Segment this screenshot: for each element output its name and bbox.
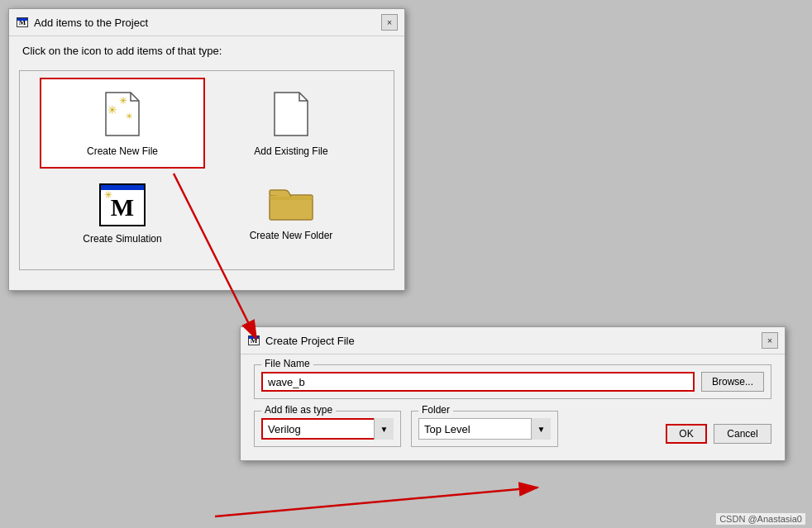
dialog2-body: File Name Browse... Add file as type Ver…: [241, 354, 785, 460]
add-items-dialog: M Add items to the Project × Click on th…: [8, 8, 405, 291]
create-new-folder-label: Create New Folder: [250, 230, 333, 241]
folder-select[interactable]: Top Level Sub Folder: [418, 418, 551, 440]
add-file-type-select[interactable]: Verilog VHDL SystemVerilog: [261, 418, 394, 440]
ok-button[interactable]: OK: [666, 424, 707, 444]
dialog2-title: Create Project File: [265, 335, 355, 347]
folder-wrapper: Top Level Sub Folder ▼: [418, 418, 551, 440]
icon-grid: ✳ ✳ ✳ Create New File Add Existing File …: [26, 78, 387, 263]
file-name-row: Browse...: [261, 372, 764, 392]
svg-text:✳: ✳: [107, 103, 117, 117]
action-buttons: OK Cancel: [568, 411, 771, 447]
create-project-file-dialog: M Create Project File × File Name Browse…: [240, 326, 786, 461]
dialog1-subtitle: Click on the icon to add items of that t…: [9, 36, 404, 64]
add-file-type-wrapper: Verilog VHDL SystemVerilog ▼: [261, 418, 394, 440]
new-file-icon: ✳ ✳ ✳: [101, 89, 144, 139]
svg-text:✳: ✳: [126, 112, 132, 121]
dialog1-close-button[interactable]: ×: [381, 14, 398, 31]
simulation-icon: M ✳: [99, 183, 146, 226]
dialog2-close-button[interactable]: ×: [762, 332, 778, 349]
file-name-legend: File Name: [261, 358, 313, 369]
svg-text:✳: ✳: [119, 95, 127, 107]
mentor-logo-icon-2: M: [247, 335, 260, 346]
dialog1-title: Add items to the Project: [34, 17, 148, 29]
folder-legend: Folder: [418, 404, 453, 416]
add-file-type-legend: Add file as type: [261, 404, 336, 416]
browse-button[interactable]: Browse...: [701, 372, 764, 392]
add-items-title-bar: M Add items to the Project ×: [9, 9, 404, 36]
svg-line-11: [215, 488, 537, 516]
title-bar-left: M Add items to the Project: [16, 17, 148, 29]
folder-field-group: Folder Top Level Sub Folder ▼: [411, 411, 558, 447]
add-existing-file-label: Add Existing File: [254, 145, 327, 157]
file-name-input[interactable]: [261, 372, 695, 392]
svg-text:✳: ✳: [104, 189, 112, 200]
create-simulation-label: Create Simulation: [83, 233, 161, 245]
create-simulation-button[interactable]: M ✳ Create Simulation: [40, 172, 205, 256]
file-name-group: File Name Browse...: [254, 364, 771, 399]
cancel-button[interactable]: Cancel: [714, 424, 771, 444]
create-file-title-bar: M Create Project File ×: [241, 327, 785, 354]
bottom-row: Add file as type Verilog VHDL SystemVeri…: [254, 411, 771, 447]
add-file-type-field-group: Add file as type Verilog VHDL SystemVeri…: [254, 411, 401, 447]
create-new-file-label: Create New File: [87, 145, 158, 157]
icon-grid-container: ✳ ✳ ✳ Create New File Add Existing File …: [19, 70, 394, 270]
folder-icon: [266, 183, 316, 223]
mentor-logo-icon: M: [16, 17, 29, 28]
create-new-folder-button[interactable]: Create New Folder: [208, 172, 374, 256]
add-file-type-group: Add file as type Verilog VHDL SystemVeri…: [254, 411, 401, 447]
svg-rect-7: [270, 197, 313, 200]
create-file-title-left: M Create Project File: [247, 335, 355, 347]
existing-file-icon: [270, 89, 313, 139]
watermark: CSDN @Anastasia0: [716, 513, 805, 525]
arrow-2: [207, 459, 554, 525]
folder-group: Folder Top Level Sub Folder ▼: [411, 411, 558, 447]
create-new-file-button[interactable]: ✳ ✳ ✳ Create New File: [40, 78, 205, 169]
add-existing-file-button[interactable]: Add Existing File: [208, 78, 374, 169]
svg-marker-4: [275, 93, 308, 136]
